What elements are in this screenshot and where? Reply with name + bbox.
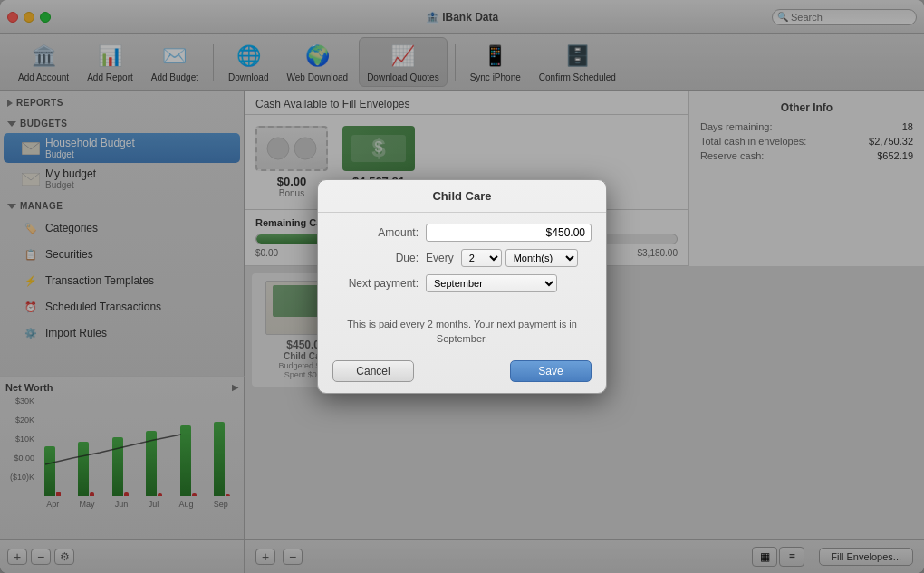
modal-due-label: Due:: [332, 252, 419, 264]
modal-body: Amount: Due: Every 2 1 3 4: [318, 213, 606, 310]
modal-amount-label: Amount:: [332, 226, 419, 239]
modal-dialog: Child Care Amount: Due: Every 2 1 3: [317, 179, 607, 394]
modal-due-unit-select[interactable]: Month(s) Day(s) Week(s) Year(s): [505, 249, 578, 267]
modal-amount-input[interactable]: [426, 224, 592, 242]
modal-row-due: Due: Every 2 1 3 4 Month(s) Day(s) Week(: [332, 249, 592, 267]
modal-row-next-payment: Next payment: September JanuaryFebruaryM…: [332, 274, 592, 292]
modal-next-payment-label: Next payment:: [332, 277, 419, 290]
modal-cancel-button[interactable]: Cancel: [332, 360, 414, 382]
modal-save-button[interactable]: Save: [510, 360, 592, 382]
modal-due-every-label: Every: [426, 252, 454, 264]
modal-overlay: Child Care Amount: Due: Every 2 1 3: [0, 0, 924, 573]
app-window: 🏦 iBank Data 🔍 🏛️ Add Account 📊 Add Repo…: [0, 0, 924, 573]
modal-buttons: Cancel Save: [318, 353, 606, 393]
modal-due-number-select[interactable]: 2 1 3 4: [461, 249, 502, 267]
modal-info-text: This is paid every 2 months. Your next p…: [318, 310, 606, 353]
modal-due-controls: Every 2 1 3 4 Month(s) Day(s) Week(s) Ye…: [426, 249, 578, 267]
modal-row-amount: Amount:: [332, 224, 592, 242]
modal-title: Child Care: [318, 180, 606, 213]
modal-next-payment-select[interactable]: September JanuaryFebruaryMarch AprilMayJ…: [426, 274, 557, 292]
